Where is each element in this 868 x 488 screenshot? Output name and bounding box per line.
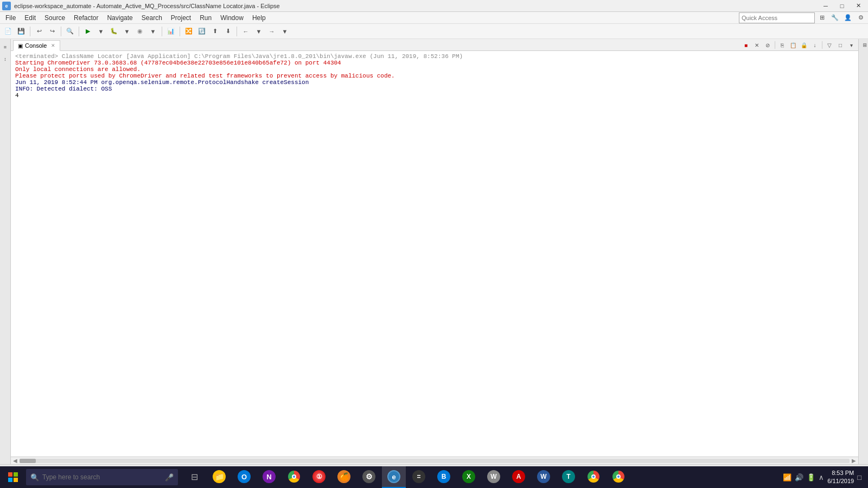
menu-run[interactable]: Run: [195, 12, 216, 23]
scroll-track[interactable]: [20, 459, 850, 463]
coverage-button[interactable]: ◉: [134, 25, 146, 37]
back-dropdown[interactable]: ▼: [253, 25, 265, 37]
undo-button[interactable]: ↩: [33, 25, 45, 37]
console-maximize-btn[interactable]: □: [835, 40, 845, 50]
app-orange-button[interactable]: 🍊: [332, 466, 356, 488]
console-tab-close[interactable]: ✕: [51, 43, 55, 48]
scroll-thumb[interactable]: [20, 459, 36, 463]
console-remove-btn[interactable]: ✕: [752, 40, 762, 50]
chevron-up-icon[interactable]: ∧: [819, 473, 824, 481]
console-terminate-btn[interactable]: ■: [741, 40, 751, 50]
console-paste-btn[interactable]: 📋: [788, 40, 798, 50]
console-view-menu-btn[interactable]: ▾: [846, 40, 856, 50]
minimize-button[interactable]: ─: [818, 1, 833, 11]
toolbar-icon1[interactable]: 🔧: [829, 12, 841, 24]
quick-access-input[interactable]: [739, 12, 815, 23]
app-teal-button[interactable]: T: [557, 466, 580, 488]
app-blue-button[interactable]: B: [432, 466, 456, 488]
word-button[interactable]: W: [532, 466, 556, 488]
console-line-3: Please protect ports used by ChromeDrive…: [15, 73, 854, 79]
outlook-icon: O: [238, 470, 251, 483]
open-perspective-button[interactable]: ⊞: [816, 12, 828, 24]
coverage-dropdown[interactable]: ▼: [147, 25, 159, 37]
file-explorer-button[interactable]: 📁: [207, 466, 231, 488]
back-button[interactable]: ←: [240, 25, 252, 37]
console-line-6: 4: [15, 92, 854, 99]
menu-source[interactable]: Source: [40, 12, 69, 23]
menu-window[interactable]: Window: [216, 12, 248, 23]
git2-button[interactable]: 🔃: [196, 25, 208, 37]
chrome-button[interactable]: [282, 466, 306, 488]
acrobat-icon: A: [512, 470, 525, 483]
network-icon[interactable]: 📶: [783, 473, 792, 481]
title-bar: e eclipse-workspace_automate - Automate_…: [0, 0, 868, 12]
eclipse-taskbar-button[interactable]: e: [382, 466, 406, 488]
console-content[interactable]: <terminated> ClassName Locator [Java App…: [11, 51, 858, 457]
git4-button[interactable]: ⬇: [222, 25, 234, 37]
console-toolbar-sep: [775, 41, 775, 49]
excel-button[interactable]: X: [457, 466, 481, 488]
chrome3-button[interactable]: [607, 466, 630, 488]
console-tab-icon: ▣: [18, 43, 23, 49]
console-copy-btn[interactable]: ⎘: [777, 40, 787, 50]
forward-dropdown[interactable]: ▼: [279, 25, 291, 37]
new-button[interactable]: 📄: [2, 25, 14, 37]
task-view-button[interactable]: ⊟: [182, 466, 206, 488]
menu-bar: File Edit Source Refactor Navigate Searc…: [0, 12, 868, 24]
scroll-left-btn[interactable]: ◀: [13, 458, 17, 464]
menu-refactor[interactable]: Refactor: [69, 12, 103, 23]
console-scroll-end-btn[interactable]: ↓: [810, 40, 820, 50]
title-bar-left: e eclipse-workspace_automate - Automate_…: [2, 2, 280, 10]
console-scroll-lock-btn[interactable]: 🔒: [799, 40, 809, 50]
svg-rect-3: [14, 478, 18, 482]
run-button[interactable]: ▶: [82, 25, 94, 37]
console-tab-bar: ▣ Console ✕ ■ ✕ ⊘ ⎘ 📋 🔒 ↓ ▽ □ ▾: [11, 39, 858, 51]
onenote-button[interactable]: N: [257, 466, 281, 488]
chrome2-button[interactable]: [582, 466, 605, 488]
toolbar-separator-4: [162, 27, 162, 36]
debug-button[interactable]: 🐛: [108, 25, 120, 37]
redo-button[interactable]: ↪: [46, 25, 58, 37]
settings-button[interactable]: ⚙: [357, 466, 381, 488]
sidebar-btn2[interactable]: ↕: [0, 53, 11, 65]
acrobat-button[interactable]: A: [507, 466, 531, 488]
console-minimize-btn[interactable]: ▽: [825, 40, 834, 50]
maximize-button[interactable]: □: [834, 1, 850, 11]
scroll-right-btn[interactable]: ▶: [852, 458, 856, 464]
profile-button[interactable]: 📊: [165, 25, 177, 37]
debug-dropdown[interactable]: ▼: [121, 25, 133, 37]
menu-file[interactable]: File: [1, 12, 20, 23]
menu-edit[interactable]: Edit: [20, 12, 40, 23]
microphone-icon[interactable]: 🎤: [165, 473, 174, 481]
taskbar-apps: ⊟ 📁 O N ① 🍊 ⚙: [182, 466, 630, 488]
start-button[interactable]: [2, 466, 24, 488]
menu-project[interactable]: Project: [167, 12, 195, 23]
console-clear-btn[interactable]: ⊘: [763, 40, 773, 50]
close-button[interactable]: ✕: [851, 1, 866, 11]
app-red-button[interactable]: ①: [307, 466, 331, 488]
menu-search[interactable]: Search: [137, 12, 167, 23]
notification-icon[interactable]: □: [857, 473, 861, 481]
horizontal-scrollbar[interactable]: ◀ ▶: [11, 457, 858, 464]
git-button[interactable]: 🔀: [183, 25, 195, 37]
menu-navigate[interactable]: Navigate: [103, 12, 137, 23]
run-dropdown[interactable]: ▼: [95, 25, 107, 37]
battery-icon[interactable]: 🔋: [807, 473, 815, 481]
toolbar-icon2[interactable]: 👤: [842, 12, 854, 24]
app-grey-button[interactable]: W: [482, 466, 506, 488]
sidebar-btn1[interactable]: ≡: [0, 41, 11, 53]
save-button[interactable]: 💾: [15, 25, 27, 37]
right-sidebar-btn1[interactable]: ⊞: [859, 39, 868, 51]
calculator-button[interactable]: =: [407, 466, 431, 488]
git3-button[interactable]: ⬆: [209, 25, 221, 37]
outlook-button[interactable]: O: [232, 466, 256, 488]
volume-icon[interactable]: 🔊: [795, 473, 803, 481]
taskbar-search-input[interactable]: [42, 473, 151, 481]
taskbar-clock[interactable]: 8:53 PM 6/11/2019: [827, 469, 854, 486]
menu-help[interactable]: Help: [248, 12, 270, 23]
taskbar-search-bar[interactable]: 🔍 🎤: [26, 469, 178, 485]
toolbar-icon3[interactable]: ⚙: [855, 12, 867, 24]
console-tab[interactable]: ▣ Console ✕: [13, 40, 60, 51]
forward-button[interactable]: →: [266, 25, 278, 37]
search-button[interactable]: 🔍: [64, 25, 76, 37]
